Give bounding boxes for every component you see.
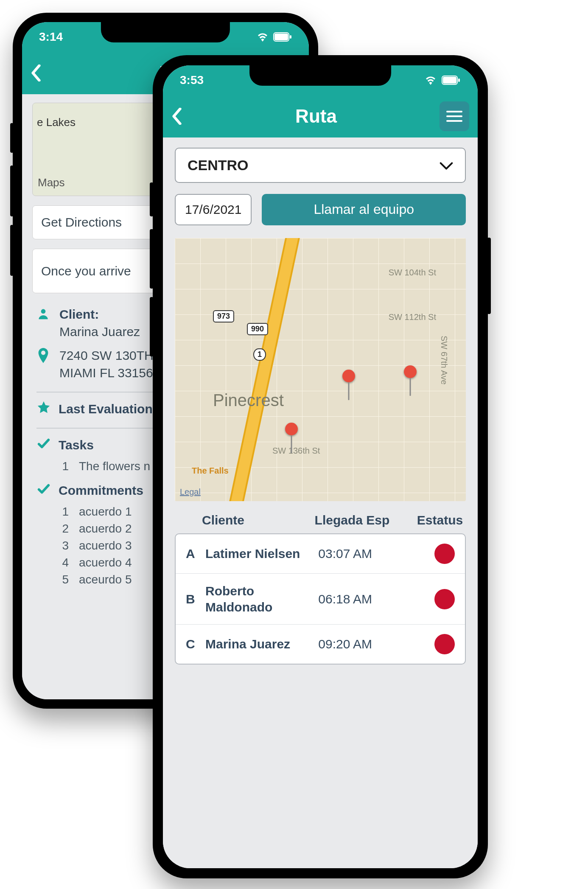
side-button xyxy=(10,123,14,153)
commitments-label: Commitments xyxy=(59,483,143,498)
client-text: Client: Marina Juarez xyxy=(59,306,140,340)
col-status-label: Estatus xyxy=(417,513,463,527)
side-button xyxy=(150,229,154,289)
call-team-label: Llamar al equipo xyxy=(314,202,414,217)
task-number: 1 xyxy=(60,460,69,473)
table-row[interactable]: C Marina Juarez 09:20 AM xyxy=(176,625,465,664)
person-icon xyxy=(36,306,52,322)
map-pin-icon[interactable] xyxy=(404,365,417,378)
route-shield-1: 1 xyxy=(253,348,266,361)
zone-select[interactable]: CENTRO xyxy=(175,148,466,183)
col-arrival-label: Llegada Esp xyxy=(315,513,417,527)
svg-rect-5 xyxy=(443,77,456,84)
map-street-label: SW 112th St xyxy=(389,312,436,322)
map-street-label: SW 136th St xyxy=(272,446,320,456)
svg-rect-6 xyxy=(458,79,460,82)
row-status xyxy=(404,589,455,609)
status-dot-icon xyxy=(434,544,455,564)
map-pin-icon[interactable] xyxy=(342,370,355,382)
menu-button[interactable] xyxy=(440,101,469,131)
client-list: A Latimer Nielsen 03:07 AM B Roberto Mal… xyxy=(175,533,466,665)
chevron-down-icon xyxy=(440,157,453,174)
address-line2: MIAMI FL 33156 xyxy=(59,365,165,382)
date-picker[interactable]: 17/6/2021 xyxy=(175,194,252,225)
back-button[interactable] xyxy=(171,108,193,125)
table-header: Cliente Llegada Esp Estatus xyxy=(178,513,462,527)
wifi-icon xyxy=(256,32,269,42)
map-city-label: Pinecrest xyxy=(213,391,284,410)
row-arrival-time: 09:20 AM xyxy=(318,637,404,651)
route-shield-973: 973 xyxy=(213,310,234,323)
once-you-arrive-label: Once you arrive xyxy=(41,264,131,278)
client-label: Client: xyxy=(59,306,140,323)
side-button xyxy=(150,297,154,356)
check-icon xyxy=(36,436,52,454)
battery-icon xyxy=(273,32,292,42)
map-label-lakes: e Lakes xyxy=(37,116,76,129)
side-button xyxy=(10,225,14,276)
route-map[interactable]: SW 104th St SW 112th St SW 136th St SW 6… xyxy=(175,238,466,501)
star-icon xyxy=(36,400,52,418)
check-icon xyxy=(36,482,52,499)
commitment-number: 1 xyxy=(60,505,69,519)
phone-notch xyxy=(249,65,391,86)
client-name: Marina Juarez xyxy=(59,323,140,341)
row-status xyxy=(404,634,455,654)
call-team-button[interactable]: Llamar al equipo xyxy=(262,194,466,225)
commitment-number: 5 xyxy=(60,573,69,586)
route-shield-990: 990 xyxy=(247,323,268,335)
commitment-text: aceurdo 5 xyxy=(79,573,132,586)
hamburger-icon xyxy=(446,111,462,122)
map-provider-label: Maps xyxy=(38,176,65,189)
map-legal-link[interactable]: Legal xyxy=(180,487,201,497)
row-letter: A xyxy=(186,547,205,561)
back-button[interactable] xyxy=(31,65,52,81)
table-row[interactable]: B Roberto Maldonado 06:18 AM xyxy=(176,574,465,625)
commitment-text: acuerdo 1 xyxy=(79,505,132,519)
commitment-text: acuerdo 3 xyxy=(79,539,132,552)
row-client-name: Roberto Maldonado xyxy=(205,583,318,615)
date-value: 17/6/2021 xyxy=(185,202,241,216)
tasks-label: Tasks xyxy=(59,438,94,452)
svg-rect-1 xyxy=(274,34,288,40)
zone-selected-value: CENTRO xyxy=(188,157,249,174)
screen-title: Ruta xyxy=(193,106,440,127)
battery-icon xyxy=(441,76,461,85)
svg-rect-2 xyxy=(290,35,291,39)
location-pin-icon xyxy=(36,347,52,366)
status-icons xyxy=(256,32,292,42)
status-dot-icon xyxy=(434,589,455,609)
row-arrival-time: 06:18 AM xyxy=(318,592,404,606)
table-row[interactable]: A Latimer Nielsen 03:07 AM xyxy=(176,534,465,574)
status-dot-icon xyxy=(434,634,455,654)
side-button xyxy=(10,165,14,216)
commitment-text: acuerdo 2 xyxy=(79,522,132,536)
phone-notch xyxy=(101,22,230,42)
status-time: 3:53 xyxy=(180,73,204,87)
commitment-text: acuerdo 4 xyxy=(79,556,132,569)
side-button xyxy=(150,182,154,216)
commitment-number: 3 xyxy=(60,539,69,552)
status-icons xyxy=(424,76,461,85)
map-poi-label: The Falls xyxy=(192,466,229,476)
map-pin-icon[interactable] xyxy=(285,423,298,435)
map-grid xyxy=(175,238,466,501)
wifi-icon xyxy=(424,76,437,85)
status-time: 3:14 xyxy=(39,30,63,44)
commitment-number: 4 xyxy=(60,556,69,569)
row-arrival-time: 03:07 AM xyxy=(318,547,404,561)
col-client-label: Cliente xyxy=(178,513,315,527)
row-letter: B xyxy=(186,592,205,606)
phone-front: 3:53 Ruta CENTRO xyxy=(153,55,488,878)
row-client-name: Latimer Nielsen xyxy=(205,546,318,562)
map-street-label: SW 104th St xyxy=(389,268,436,278)
row-client-name: Marina Juarez xyxy=(205,636,318,652)
commitment-number: 2 xyxy=(60,522,69,536)
last-evaluation-label: Last Evaluation xyxy=(59,402,153,416)
content-area: CENTRO 17/6/2021 Llamar al equipo SW 104… xyxy=(163,137,478,868)
controls-row: 17/6/2021 Llamar al equipo xyxy=(175,194,466,225)
phone-front-screen: 3:53 Ruta CENTRO xyxy=(163,65,478,868)
row-status xyxy=(404,544,455,564)
map-street-label: SW 67th Ave xyxy=(439,336,449,384)
side-button xyxy=(487,238,491,314)
